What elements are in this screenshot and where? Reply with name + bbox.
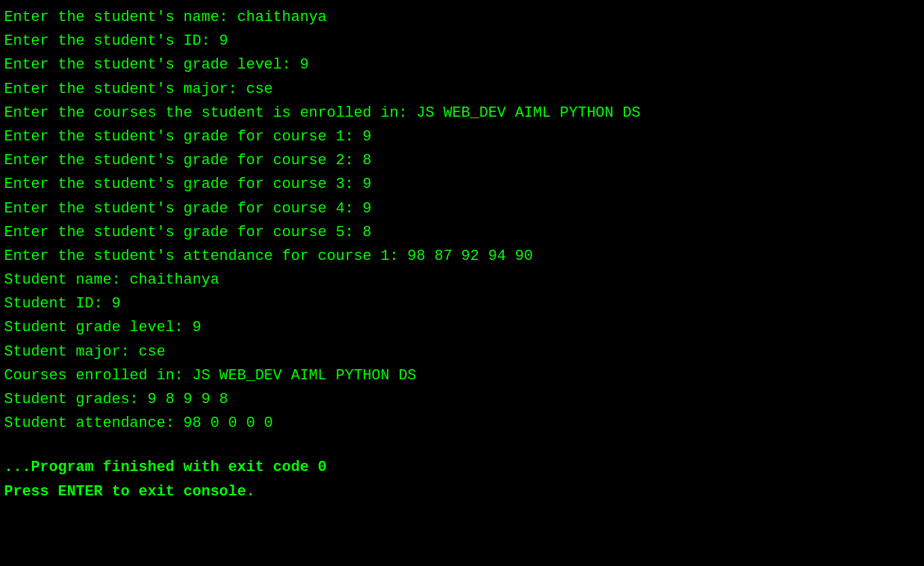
terminal-line: Student ID: 9 [4,292,920,316]
terminal-line: Enter the student's grade for course 5: … [4,221,920,244]
terminal-footer-line: Press ENTER to exit console. [4,480,920,504]
terminal-line: Enter the student's major: cse [4,77,920,101]
terminal-line: Student major: cse [4,340,920,364]
terminal-line: Enter the student's grade for course 1: … [4,125,920,149]
terminal-line: Enter the student's grade for course 3: … [4,172,920,196]
terminal-line: Enter the student's attendance for cours… [4,244,920,268]
spacer [4,435,920,455]
terminal-line: Enter the student's grade level: 9 [4,53,920,77]
terminal-line: Enter the student's grade for course 4: … [4,197,920,221]
footer-lines: ...Program finished with exit code 0Pres… [4,455,920,503]
terminal-line: Enter the courses the student is enrolle… [4,101,920,125]
terminal-line: Student name: chaithanya [4,268,920,292]
terminal-line: Enter the student's name: chaithanya [4,5,920,29]
terminal: Enter the student's name: chaithanyaEnte… [0,0,924,566]
terminal-footer-line: ...Program finished with exit code 0 [4,455,920,479]
terminal-line: Enter the student's ID: 9 [4,29,920,53]
terminal-line: Student grades: 9 8 9 9 8 [4,388,920,411]
terminal-line: Courses enrolled in: JS WEB_DEV AIML PYT… [4,364,920,388]
terminal-line: Student grade level: 9 [4,316,920,339]
terminal-line: Student attendance: 98 0 0 0 0 [4,411,920,435]
terminal-line: Enter the student's grade for course 2: … [4,149,920,172]
output-lines: Enter the student's name: chaithanyaEnte… [4,5,920,435]
